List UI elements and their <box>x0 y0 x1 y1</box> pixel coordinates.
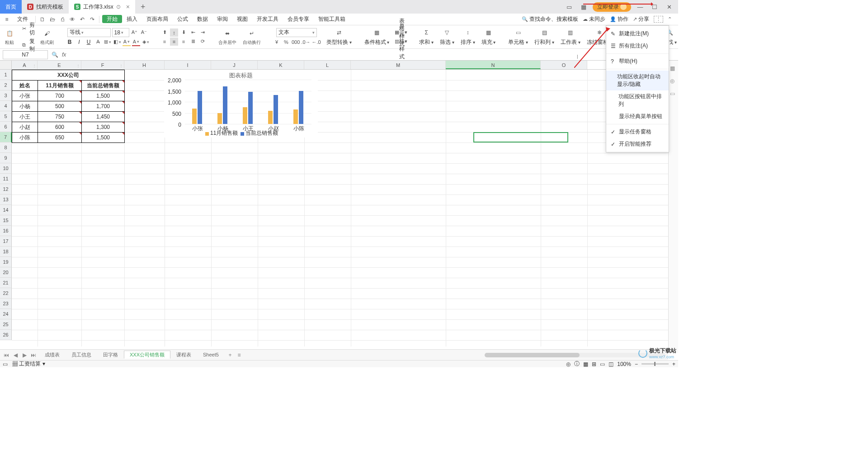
align-left-icon[interactable]: ≡ <box>160 38 169 46</box>
align-top-icon[interactable]: ⬆ <box>160 28 169 37</box>
table-cell[interactable]: 1,500 <box>81 90 125 101</box>
zoom-in-icon[interactable]: + <box>672 361 675 367</box>
strike-button[interactable]: A̶ <box>94 38 102 46</box>
menu-开发工具[interactable]: 开发工具 <box>252 15 283 23</box>
view-normal-icon[interactable]: ◎ <box>566 361 571 367</box>
cut-button[interactable]: ✂ <box>20 25 28 33</box>
row-header-12[interactable]: 12 <box>0 184 12 195</box>
table-cell[interactable]: XXX公司 <box>12 70 125 81</box>
row-header-2[interactable]: 2 <box>0 80 12 90</box>
percent-icon[interactable]: % <box>282 38 290 46</box>
row-header-24[interactable]: 24 <box>0 309 12 319</box>
number-format-combo[interactable]: 文本▾ <box>276 28 317 37</box>
sheet-tab-成绩表[interactable]: 成绩表 <box>39 351 66 359</box>
menu-数据[interactable]: 数据 <box>193 15 212 23</box>
table-cell[interactable]: 1,500 <box>81 132 125 143</box>
decrease-font-icon[interactable]: A⁻ <box>140 28 148 37</box>
sheet-tab-课程表[interactable]: 课程表 <box>170 351 197 359</box>
dropdown-item[interactable]: ✓开启智能推荐 <box>606 138 669 150</box>
search-fx-icon[interactable]: 🔍 <box>52 52 58 58</box>
row-header-6[interactable]: 6 <box>0 122 12 132</box>
font-combo[interactable]: 等线▾ <box>67 28 111 37</box>
sheet-nav-first[interactable]: ⏮ <box>3 352 10 358</box>
comma-icon[interactable]: 000 <box>292 38 300 46</box>
row-header-22[interactable]: 22 <box>0 288 12 299</box>
table-cell[interactable]: 当前总销售额 <box>81 80 125 91</box>
table-cell[interactable]: 1,300 <box>81 122 125 133</box>
align-bottom-icon[interactable]: ⬇ <box>179 28 188 37</box>
row-header-4[interactable]: 4 <box>0 101 12 111</box>
sheet-tab-Sheet5[interactable]: Sheet5 <box>197 351 225 359</box>
inc-decimal-icon[interactable]: .0→ <box>301 38 310 46</box>
close-icon[interactable]: × <box>126 3 130 10</box>
row-header-14[interactable]: 14 <box>0 205 12 215</box>
menu-智能工具箱[interactable]: 智能工具箱 <box>314 15 350 23</box>
row-header-21[interactable]: 21 <box>0 278 12 288</box>
dropdown-item[interactable]: 显示经典菜单按钮 <box>606 110 669 123</box>
paste-button[interactable]: 📋粘贴 <box>3 28 16 46</box>
table-cell[interactable]: 小杨 <box>12 101 38 112</box>
align-justify-icon[interactable]: ≣ <box>189 38 197 46</box>
row-header-23[interactable]: 23 <box>0 299 12 309</box>
table-cell[interactable]: 小陈 <box>12 132 38 143</box>
cellfmt-button[interactable]: ▥ 单元格样式 ▾ <box>395 38 407 46</box>
fx-icon[interactable]: fx <box>62 52 66 58</box>
row-header-17[interactable]: 17 <box>0 236 12 247</box>
row-header-25[interactable]: 25 <box>0 319 12 330</box>
row-header-5[interactable]: 5 <box>0 111 12 122</box>
col-header-M[interactable]: M <box>351 61 446 69</box>
table-cell[interactable]: 小张 <box>12 90 38 101</box>
dropdown-item[interactable]: ✎新建批注(M) <box>606 28 669 40</box>
row-header-18[interactable]: 18 <box>0 247 12 257</box>
col-header-F[interactable]: F⋮ <box>81 61 124 69</box>
sidepanel-icon-2[interactable]: ◎ <box>670 78 677 85</box>
sheet-tab-XXX公司销售额[interactable]: XXX公司销售额 <box>124 351 170 359</box>
table-cell[interactable]: 小赵 <box>12 122 38 133</box>
sort-button[interactable]: ↕排序 ▾ <box>459 28 477 46</box>
row-header-19[interactable]: 19 <box>0 257 12 267</box>
view-icon-2[interactable]: ⓘ <box>574 360 580 367</box>
rowcol-button[interactable]: ▤行和列 ▾ <box>533 28 556 46</box>
tab-home[interactable]: 首页 <box>0 0 22 14</box>
row-header-13[interactable]: 13 <box>0 195 12 205</box>
menu-开始[interactable]: 开始 <box>102 15 122 23</box>
zoom-slider[interactable] <box>642 363 669 365</box>
highlight-button[interactable]: A▾ <box>123 38 131 46</box>
menu-会员专享[interactable]: 会员专享 <box>283 15 314 23</box>
size-combo[interactable]: 18▾ <box>112 28 129 37</box>
fill-color-button[interactable]: ◧▾ <box>113 38 121 46</box>
view-icon-4[interactable]: ⊞ <box>592 361 596 367</box>
font-color-button[interactable]: A▾ <box>132 38 140 46</box>
copy-button[interactable]: ⧉ <box>20 41 28 49</box>
share-button[interactable]: ↗ 分享 <box>633 15 649 23</box>
col-header-L[interactable]: L <box>304 61 351 69</box>
col-header-J[interactable]: J <box>211 61 258 69</box>
row-header-10[interactable]: 10 <box>0 163 12 174</box>
row-header-20[interactable]: 20 <box>0 267 12 278</box>
sheet-nav-prev[interactable]: ◀ <box>12 352 19 358</box>
new-icon[interactable]: 🗋 <box>38 15 47 24</box>
close-button[interactable]: ✕ <box>664 4 675 10</box>
table-cell[interactable]: 姓名 <box>12 80 38 91</box>
cell-button[interactable]: ▭单元格 ▾ <box>506 28 530 46</box>
currency-icon[interactable]: ¥ <box>273 38 281 46</box>
window-icon[interactable]: ▭ <box>564 4 575 10</box>
table-cell[interactable]: 600 <box>38 122 82 133</box>
dropdown-item[interactable]: ✓显示任务窗格 <box>606 126 669 138</box>
effects-button[interactable]: ◈▾ <box>142 38 150 46</box>
table-cell[interactable]: 750 <box>38 111 82 122</box>
bold-button[interactable]: B <box>66 38 74 46</box>
col-header-A[interactable]: A⋮ <box>12 61 38 69</box>
dec-decimal-icon[interactable]: ←.0 <box>312 38 321 46</box>
fill-button[interactable]: ▦填充 ▾ <box>480 28 498 46</box>
wrap-button[interactable]: ↵自动换行 <box>241 28 263 46</box>
row-header-15[interactable]: 15 <box>0 215 12 226</box>
typeconv-button[interactable]: ⇄类型转换 ▾ <box>325 28 354 46</box>
italic-button[interactable]: I <box>75 38 83 46</box>
more-button[interactable]: ⋮ <box>654 16 663 23</box>
view-icon-5[interactable]: ▭ <box>600 361 605 367</box>
view-icon-3[interactable]: ▦ <box>583 361 588 367</box>
table-cell[interactable]: 1,700 <box>81 101 125 112</box>
tab-template[interactable]: D找稻壳模板 <box>22 0 69 14</box>
tab-workbook[interactable]: S工作簿3.xlsx⊙× <box>69 0 135 14</box>
